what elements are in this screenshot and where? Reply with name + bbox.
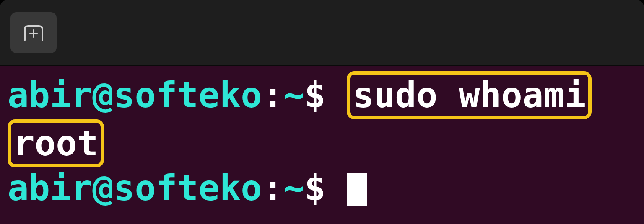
prompt-symbol: $ xyxy=(304,167,326,209)
prompt-symbol: $ xyxy=(304,75,326,116)
terminal-line: root xyxy=(8,119,636,167)
prompt-path: ~ xyxy=(283,75,304,116)
prompt-colon: : xyxy=(262,75,283,116)
new-tab-button[interactable] xyxy=(10,12,57,53)
highlight-output: root xyxy=(8,119,104,167)
prompt-colon: : xyxy=(262,167,283,209)
terminal-line: abir@softeko:~$ sudo whoami xyxy=(8,71,636,119)
output-text: root xyxy=(13,123,98,164)
terminal-body[interactable]: abir@softeko:~$ sudo whoami root abir@so… xyxy=(0,66,644,224)
terminal-line: abir@softeko:~$ xyxy=(8,167,636,209)
new-tab-icon xyxy=(23,24,44,41)
tab-bar xyxy=(0,0,644,66)
cursor xyxy=(347,173,367,206)
prompt-path: ~ xyxy=(283,167,304,209)
prompt-user-host: abir@softeko xyxy=(8,75,262,116)
command-text: sudo whoami xyxy=(353,75,586,116)
prompt-user-host: abir@softeko xyxy=(8,167,262,209)
highlight-command: sudo whoami xyxy=(347,71,592,119)
